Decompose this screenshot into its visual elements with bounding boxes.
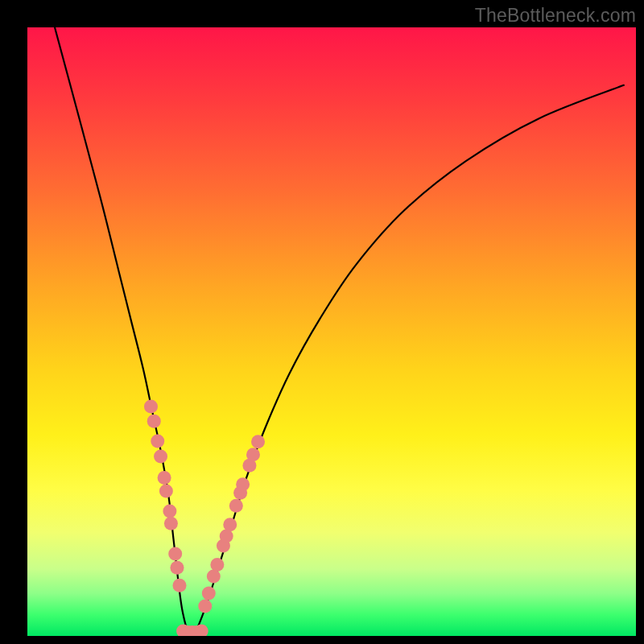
- chart-svg: [27, 27, 636, 636]
- data-point: [223, 518, 237, 531]
- data-point: [147, 415, 161, 428]
- data-point: [170, 561, 184, 575]
- data-point: [159, 485, 173, 498]
- data-point: [207, 569, 221, 583]
- data-point: [220, 530, 233, 543]
- data-point: [164, 517, 178, 530]
- data-point: [210, 558, 224, 572]
- data-point: [168, 547, 182, 560]
- chart-frame: TheBottleneck.com: [0, 0, 644, 644]
- plot-area: [27, 27, 636, 636]
- data-point: [151, 435, 164, 448]
- data-point: [158, 471, 171, 485]
- bottleneck-curve: [55, 27, 624, 636]
- data-point: [251, 435, 265, 448]
- data-point: [154, 449, 167, 463]
- dots-bottom: [176, 624, 208, 636]
- watermark-text: TheBottleneck.com: [475, 5, 636, 27]
- data-point: [163, 505, 176, 518]
- dots-left-branch: [144, 399, 187, 592]
- data-point: [236, 477, 250, 491]
- data-point: [173, 579, 187, 592]
- data-point: [198, 599, 212, 613]
- data-point: [229, 499, 243, 513]
- dots-right-branch: [198, 435, 265, 613]
- data-point: [202, 587, 216, 601]
- data-point: [144, 399, 158, 413]
- data-point: [246, 448, 260, 461]
